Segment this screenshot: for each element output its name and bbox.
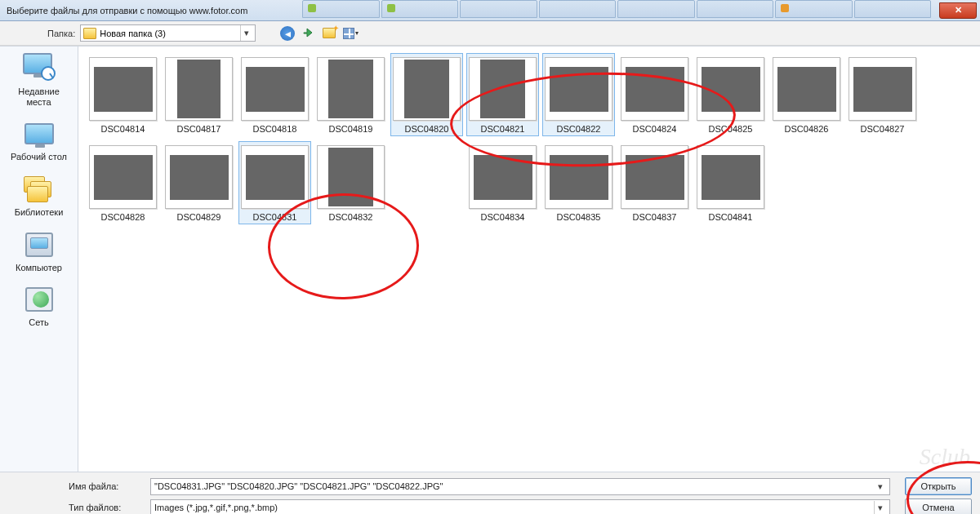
file-name: DSC04824 [620, 124, 689, 134]
open-button[interactable]: Открыть [905, 477, 972, 495]
thumbnail-frame [697, 145, 764, 209]
close-button[interactable]: ✕ [939, 2, 977, 19]
thumbnail-frame [89, 57, 157, 121]
file-name: DSC04828 [88, 212, 158, 222]
place-desktop[interactable]: Рабочий стол [7, 118, 72, 162]
thumbnail-image [328, 148, 373, 206]
bottom-bar: Имя файла: "DSC04831.JPG" "DSC04820.JPG"… [0, 472, 980, 514]
bg-tab [460, 0, 537, 18]
place-recent[interactable]: Недавние места [7, 53, 72, 107]
bg-tab [539, 0, 617, 18]
bg-tab [697, 0, 774, 18]
cancel-button[interactable]: Отмена [905, 498, 972, 514]
place-computer[interactable]: Компьютер [7, 229, 72, 273]
thumbnail-image [853, 67, 912, 112]
file-name: DSC04825 [696, 124, 765, 134]
folder-icon [83, 28, 96, 39]
file-thumb[interactable]: DSC04825 [694, 53, 767, 136]
file-thumb[interactable]: DSC04832 [314, 141, 387, 224]
bg-tab [381, 0, 459, 18]
thumbnail-frame [621, 57, 688, 121]
window-title: Выберите файлы для отправки с помощью ww… [7, 6, 247, 16]
thumbnail-image [702, 155, 760, 200]
file-thumb[interactable]: DSC04837 [618, 141, 691, 224]
dropdown-icon: ▾ [240, 25, 252, 41]
file-thumb[interactable]: DSC04819 [314, 53, 387, 136]
up-button[interactable] [300, 25, 316, 42]
thumbnail-frame [773, 57, 840, 121]
bg-tab [854, 0, 932, 18]
file-name: DSC04841 [696, 212, 765, 222]
thumbnail-image [246, 67, 305, 112]
file-name: DSC04827 [848, 124, 917, 134]
file-thumb[interactable]: DSC04818 [238, 53, 311, 136]
filename-input[interactable]: "DSC04831.JPG" "DSC04820.JPG" "DSC04821.… [150, 478, 890, 495]
view-menu-button[interactable]: ▾ [342, 25, 359, 42]
back-button[interactable]: ◂ [280, 26, 295, 41]
thumbnail-frame [241, 145, 309, 209]
new-folder-button[interactable]: ✦ [321, 25, 337, 42]
thumbnail-image [246, 155, 305, 200]
thumbnail-image [177, 60, 220, 118]
file-thumb[interactable]: DSC04831 [238, 141, 311, 224]
file-name: DSC04819 [316, 124, 385, 134]
file-thumb[interactable]: DSC04821 [466, 53, 539, 136]
thumbnail-frame [697, 57, 764, 121]
thumbnail-frame [469, 57, 537, 121]
file-thumb[interactable]: DSC04834 [466, 141, 539, 224]
file-name: DSC04834 [468, 212, 537, 222]
folder-label: Папка: [47, 29, 75, 38]
thumbnail-frame [165, 57, 233, 121]
file-thumb[interactable]: DSC04814 [87, 53, 159, 136]
file-name: DSC04818 [240, 124, 310, 134]
thumbnail-image [626, 67, 684, 112]
file-name: DSC04826 [772, 124, 841, 134]
file-thumb[interactable]: DSC04826 [770, 53, 843, 136]
bg-tab [775, 0, 853, 18]
filetype-combo[interactable]: Images (*.jpg,*.gif,*.png,*.bmp) ▾ [150, 499, 890, 515]
folder-name: Новая папка (3) [100, 29, 166, 38]
thumbnail-image [550, 155, 608, 200]
folder-combo[interactable]: Новая папка (3) ▾ [80, 24, 256, 42]
thumbnail-frame [849, 57, 916, 121]
file-name: DSC04837 [620, 212, 689, 222]
file-name: DSC04835 [544, 212, 613, 222]
file-thumb[interactable]: DSC04841 [694, 141, 767, 224]
thumbnail-image [480, 60, 525, 118]
file-thumb[interactable]: DSC04820 [390, 53, 463, 136]
thumbnail-frame [165, 145, 233, 209]
thumbnail-image [170, 155, 229, 200]
file-name: DSC04829 [164, 212, 234, 222]
file-name: DSC04822 [544, 124, 613, 134]
place-libraries[interactable]: Библиотеки [7, 174, 72, 218]
file-name: DSC04831 [240, 212, 310, 222]
file-name: DSC04814 [88, 124, 158, 134]
file-thumb[interactable]: DSC04827 [846, 53, 919, 136]
main-area: Недавние места Рабочий стол Библиотеки К… [0, 46, 980, 472]
thumbnail-image [550, 67, 608, 112]
file-name: DSC04832 [316, 212, 385, 222]
place-network[interactable]: Сеть [7, 284, 72, 328]
thumbnail-image [474, 155, 532, 200]
file-name: DSC04821 [468, 124, 537, 134]
thumbnail-frame [89, 145, 157, 209]
file-list[interactable]: DSC04814DSC04817DSC04818DSC04819DSC04820… [78, 47, 980, 472]
bg-tab [302, 0, 380, 18]
thumbnail-frame [241, 57, 309, 121]
file-thumb[interactable]: DSC04817 [163, 53, 235, 136]
thumbnail-frame [317, 57, 385, 121]
file-thumb[interactable]: DSC04828 [87, 141, 159, 224]
file-thumb[interactable]: DSC04835 [542, 141, 615, 224]
title-bar: Выберите файлы для отправки с помощью ww… [0, 0, 980, 21]
file-thumb[interactable]: DSC04829 [163, 141, 235, 224]
thumbnail-image [404, 60, 449, 118]
thumbnail-frame [545, 145, 612, 209]
thumbnail-frame [469, 145, 537, 209]
thumbnail-frame [621, 145, 688, 209]
bg-tab [617, 0, 695, 18]
file-thumb[interactable]: DSC04822 [542, 53, 615, 136]
file-thumb[interactable]: DSC04824 [618, 53, 691, 136]
thumbnail-image [328, 60, 373, 118]
background-tabs [302, 0, 931, 18]
thumbnail-image [94, 67, 153, 112]
